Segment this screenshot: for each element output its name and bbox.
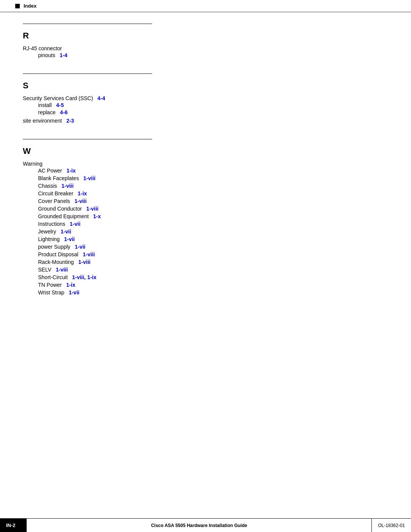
warning-cover-panels: Cover Panels 1-viii (23, 198, 388, 204)
section-letter-s: S (23, 81, 388, 91)
warning-wrist-strap-link[interactable]: 1-vii (69, 289, 80, 296)
warning-jewelry-link[interactable]: 1-vii (61, 228, 71, 235)
warning-grounded-equipment: Grounded Equipment 1-x (23, 213, 388, 219)
warning-instructions-link[interactable]: 1-vii (70, 221, 80, 227)
top-header: Index (0, 0, 411, 12)
section-letter-w: W (23, 146, 388, 156)
warning-ground-conductor-label: Ground Conductor (38, 206, 85, 212)
entry-rj45-text: RJ-45 connector (23, 45, 62, 51)
warning-lightning-label: Lightning (38, 236, 63, 242)
entry-rj45-pinouts-link[interactable]: 1-4 (60, 52, 67, 58)
warning-circuit-breaker-label: Circuit Breaker (38, 190, 76, 197)
warning-product-disposal: Product Disposal 1-viii (23, 251, 388, 257)
bottom-footer: IN-2 Cisco ASA 5505 Hardware Installatio… (0, 518, 411, 532)
entry-ssc-text: Security Services Card (SSC) (23, 95, 96, 101)
warning-circuit-breaker: Circuit Breaker 1-ix (23, 190, 388, 197)
warning-grounded-equipment-label: Grounded Equipment (38, 213, 92, 219)
header-title: Index (24, 3, 37, 9)
warning-wrist-strap-label: Wrist Strap (38, 289, 67, 296)
warning-short-circuit: Short-Circuit 1-viii, 1-ix (23, 274, 388, 280)
warning-selv-link[interactable]: 1-viii (56, 267, 68, 273)
warning-chassis-label: Chassis (38, 183, 60, 189)
warning-wrist-strap: Wrist Strap 1-vii (23, 289, 388, 296)
entry-site-env-link[interactable]: 2-3 (66, 118, 74, 124)
section-r: R RJ-45 connector pinouts 1-4 (23, 24, 388, 58)
entry-warning: Warning (23, 161, 388, 167)
entry-rj45: RJ-45 connector (23, 45, 388, 51)
footer-page-label: IN-2 (0, 519, 27, 532)
warning-ac-power: AC Power 1-ix (23, 168, 388, 174)
entry-rj45-pinouts: pinouts 1-4 (23, 52, 388, 58)
warning-instructions-label: Instructions (38, 221, 68, 227)
warning-lightning: Lightning 1-vii (23, 236, 388, 242)
entry-ssc-install: install 4-5 (23, 102, 388, 108)
footer-doc-title: Cisco ASA 5505 Hardware Installation Gui… (27, 523, 371, 528)
warning-selv: SELV 1-viii (23, 267, 388, 273)
entry-ssc-replace-link[interactable]: 4-6 (60, 109, 68, 115)
warning-product-disposal-label: Product Disposal (38, 251, 81, 257)
warning-ac-power-link[interactable]: 1-ix (67, 168, 76, 174)
divider-w (23, 139, 152, 139)
warning-tn-power: TN Power 1-ix (23, 282, 388, 288)
header-square-icon (15, 4, 20, 8)
warning-rack-mounting-label: Rack-Mounting (38, 259, 77, 265)
warning-circuit-breaker-link[interactable]: 1-ix (78, 190, 87, 197)
entry-warning-text: Warning (23, 161, 43, 167)
section-letter-r: R (23, 31, 388, 41)
warning-tn-power-link[interactable]: 1-ix (66, 282, 75, 288)
divider-r (23, 24, 152, 24)
section-s: S Security Services Card (SSC) 4-4 insta… (23, 73, 388, 124)
entry-ssc-replace-label: replace (38, 109, 59, 115)
warning-product-disposal-link[interactable]: 1-viii (83, 251, 95, 257)
entry-site-env: site environment 2-3 (23, 118, 388, 124)
entry-ssc-replace: replace 4-6 (23, 109, 388, 115)
warning-power-supply-link[interactable]: 1-vii (75, 244, 86, 250)
warning-tn-power-label: TN Power (38, 282, 65, 288)
warning-grounded-equipment-link[interactable]: 1-x (93, 213, 101, 219)
warning-jewelry: Jewelry 1-vii (23, 228, 388, 235)
warning-rack-mounting: Rack-Mounting 1-viii (23, 259, 388, 265)
section-w: W Warning AC Power 1-ix Blank Faceplates… (23, 139, 388, 296)
warning-instructions: Instructions 1-vii (23, 221, 388, 227)
entry-ssc-install-link[interactable]: 4-5 (56, 102, 64, 108)
warning-jewelry-label: Jewelry (38, 228, 59, 235)
warning-blank-faceplates: Blank Faceplates 1-viii (23, 175, 388, 181)
warning-cover-panels-link[interactable]: 1-viii (75, 198, 87, 204)
entry-ssc-install-label: install (38, 102, 55, 108)
warning-ac-power-label: AC Power (38, 168, 65, 174)
warning-short-circuit-label: Short-Circuit (38, 274, 71, 280)
entry-rj45-pinouts-label: pinouts (38, 52, 58, 58)
main-content: R RJ-45 connector pinouts 1-4 S Security… (0, 12, 411, 341)
warning-selv-label: SELV (38, 267, 54, 273)
entry-site-env-text: site environment (23, 118, 65, 124)
warning-ground-conductor-link[interactable]: 1-viii (86, 206, 99, 212)
entry-ssc-link[interactable]: 4-4 (97, 95, 105, 101)
warning-lightning-link[interactable]: 1-vii (64, 236, 75, 242)
divider-s (23, 73, 152, 74)
warning-short-circuit-link[interactable]: 1-viii, 1-ix (72, 274, 96, 280)
warning-power-supply-label: power Supply (38, 244, 73, 250)
warning-blank-faceplates-label: Blank Faceplates (38, 175, 82, 181)
warning-power-supply: power Supply 1-vii (23, 244, 388, 250)
warning-chassis-link[interactable]: 1-viii (61, 183, 73, 189)
warning-chassis: Chassis 1-viii (23, 183, 388, 189)
footer-doc-number: OL-18362-01 (371, 519, 411, 532)
entry-ssc: Security Services Card (SSC) 4-4 (23, 95, 388, 101)
warning-cover-panels-label: Cover Panels (38, 198, 73, 204)
warning-ground-conductor: Ground Conductor 1-viii (23, 206, 388, 212)
warning-rack-mounting-link[interactable]: 1-viii (78, 259, 91, 265)
page-container: Index R RJ-45 connector pinouts 1-4 S Se… (0, 0, 411, 532)
warning-blank-faceplates-link[interactable]: 1-viii (83, 175, 96, 181)
